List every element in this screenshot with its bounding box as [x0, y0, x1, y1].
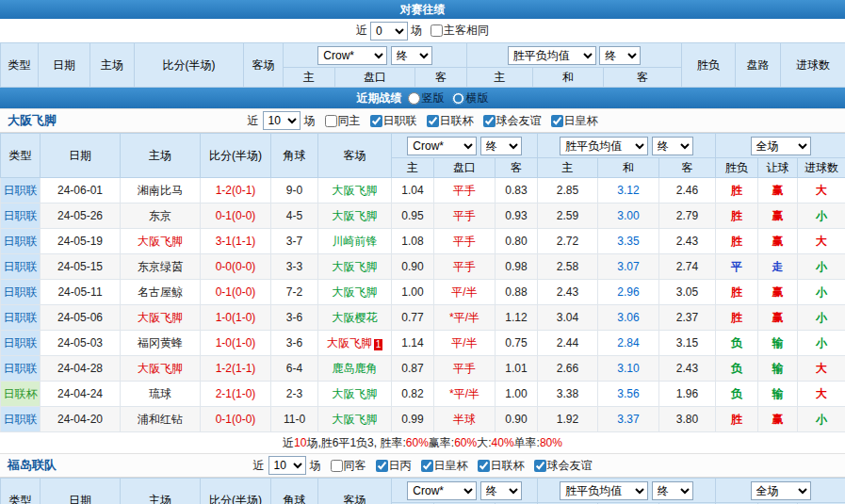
- home-team-cell[interactable]: 浦和红钻: [121, 407, 201, 432]
- away-team-cell[interactable]: 大阪飞脚: [318, 203, 392, 229]
- h2h-europe-select[interactable]: 胜平负均值: [508, 46, 596, 65]
- fukushima-europe-select[interactable]: 胜平负均值: [560, 481, 648, 500]
- away-team-cell[interactable]: 大阪飞脚: [318, 280, 392, 305]
- filter-checkbox-日皇杯[interactable]: 日皇杯: [551, 113, 598, 129]
- goals-result-cell: 小: [798, 305, 845, 331]
- handicap-home-odds-cell: 0.77: [392, 305, 434, 331]
- filter-checkbox-日联杯[interactable]: 日联杯: [478, 458, 525, 474]
- filter-checkbox-日皇杯[interactable]: 日皇杯: [421, 458, 468, 474]
- away-team-cell[interactable]: 大阪樱花: [318, 305, 392, 331]
- gamba-final-select[interactable]: 终: [480, 137, 522, 155]
- home-team-cell[interactable]: 东京: [121, 203, 201, 229]
- layout-radio[interactable]: [452, 92, 464, 105]
- filter-checkbox-日联杯[interactable]: 日联杯: [427, 113, 474, 129]
- date-cell: 24-05-26: [41, 203, 121, 229]
- filter-checkbox-球会友谊[interactable]: 球会友谊: [483, 113, 542, 129]
- checkbox[interactable]: [534, 460, 546, 472]
- filter-checkbox-同主[interactable]: 同主: [325, 113, 361, 129]
- home-team-cell[interactable]: 大阪飞脚: [121, 356, 201, 382]
- h2h-company-select[interactable]: Crow*: [317, 46, 387, 65]
- corner-cell: 3-7: [271, 229, 318, 254]
- score-cell[interactable]: 3-1(1-1): [201, 229, 271, 254]
- home-team-cell[interactable]: 湘南比马: [121, 178, 201, 203]
- fukushima-scope-select[interactable]: 全场: [751, 481, 811, 500]
- europe-draw-odds-cell: 3.56: [598, 382, 659, 407]
- score-cell[interactable]: 1-0(1-0): [201, 331, 271, 356]
- layout-option-竖版[interactable]: 竖版: [408, 90, 445, 106]
- away-team-cell[interactable]: 大阪飞脚: [318, 178, 392, 203]
- europe-home-odds-cell: 2.85: [538, 178, 598, 203]
- gamba-europe-select[interactable]: 胜平负均值: [560, 137, 648, 155]
- checkbox[interactable]: [376, 460, 388, 472]
- score-cell[interactable]: 0-1(0-0): [201, 280, 271, 305]
- match-row: 日职联24-04-28大阪飞脚1-2(1-1)6-4鹿岛鹿角0.87平手1.01…: [1, 356, 845, 382]
- home-team-cell[interactable]: 福冈黄蜂: [121, 331, 201, 356]
- handicap-away-odds-cell: 1.00: [496, 382, 538, 407]
- recent-results-title: 近期战绩: [357, 90, 402, 106]
- league-cell: 日职联: [1, 254, 41, 280]
- checkbox[interactable]: [551, 115, 563, 127]
- filter-checkbox-球会友谊[interactable]: 球会友谊: [534, 458, 593, 474]
- handicap-result-cell: 赢: [758, 407, 798, 432]
- filter-checkbox-日职联[interactable]: 日职联: [370, 113, 417, 129]
- layout-options: 竖版横版: [408, 90, 489, 106]
- score-cell[interactable]: 0-1(0-0): [201, 203, 271, 229]
- handicap-line-cell: 平手: [434, 356, 496, 382]
- match-count-select[interactable]: 10: [263, 111, 301, 130]
- filter-checkbox-日丙[interactable]: 日丙: [376, 458, 412, 474]
- checkbox[interactable]: [427, 115, 439, 127]
- checkbox[interactable]: [325, 115, 337, 127]
- home-team-cell[interactable]: 东京绿茵: [121, 254, 201, 280]
- gamba-company-select[interactable]: Crow*: [407, 137, 477, 155]
- fukushima-europe-final-select[interactable]: 终: [652, 481, 693, 500]
- result-cell: 胜: [716, 280, 758, 305]
- home-team-cell[interactable]: 琉球: [121, 382, 201, 407]
- gamba-col-score: 比分(半场): [201, 134, 271, 178]
- home-team-cell[interactable]: 大阪飞脚: [121, 305, 201, 331]
- score-cell[interactable]: 0-0(0-0): [201, 254, 271, 280]
- gamba-summary: 近10场,胜6平1负3, 胜率:60% 赢率:60% 大:40% 单率:80%: [0, 432, 845, 453]
- match-count-select[interactable]: 10: [268, 456, 306, 475]
- gamba-scope-select[interactable]: 全场: [751, 137, 811, 155]
- score-cell[interactable]: 1-0(1-0): [201, 305, 271, 331]
- score-cell[interactable]: 2-1(1-0): [201, 382, 271, 407]
- checkbox[interactable]: [483, 115, 496, 127]
- checkbox[interactable]: [478, 460, 490, 472]
- checkbox[interactable]: [421, 460, 433, 472]
- home-team-cell[interactable]: 大阪飞脚: [121, 229, 201, 254]
- away-team-cell[interactable]: 大阪飞脚: [318, 382, 392, 407]
- europe-draw-odds-cell: 2.96: [598, 280, 659, 305]
- handicap-home-odds-cell: 1.08: [392, 229, 434, 254]
- checkbox[interactable]: [331, 460, 343, 472]
- score-cell[interactable]: 1-2(0-1): [201, 178, 271, 203]
- away-team-cell[interactable]: 鹿岛鹿角: [318, 356, 392, 382]
- score-cell[interactable]: 0-1(0-0): [201, 407, 271, 432]
- away-team-cell[interactable]: 川崎前锋: [318, 229, 392, 254]
- filter-checkbox-同客[interactable]: 同客: [331, 458, 366, 474]
- h2h-col-type: 类型: [1, 43, 39, 88]
- filter-checkbox-主客相同[interactable]: 主客相同: [431, 23, 489, 39]
- h2h-europe-final-select[interactable]: 终: [599, 46, 641, 65]
- away-team-cell[interactable]: 大阪飞脚: [318, 407, 392, 432]
- layout-option-横版[interactable]: 横版: [452, 90, 489, 106]
- handicap-home-odds-cell: 1.00: [392, 280, 434, 305]
- layout-radio[interactable]: [408, 92, 420, 105]
- result-cell: 胜: [716, 203, 758, 229]
- fukushima-final-select[interactable]: 终: [480, 481, 522, 500]
- gamba-europe-final-select[interactable]: 终: [652, 137, 693, 155]
- europe-home-odds-cell: 2.66: [538, 356, 598, 382]
- h2h-final-select[interactable]: 终: [391, 46, 432, 65]
- home-team-cell[interactable]: 名古屋鲸: [121, 280, 201, 305]
- europe-away-odds-cell: 3.80: [659, 407, 716, 432]
- europe-draw-odds-cell: 3.00: [598, 203, 659, 229]
- h2h-filter-row: 近0场主客相同: [0, 19, 845, 42]
- fukushima-company-select[interactable]: Crow*: [407, 481, 477, 500]
- gamba-table: 类型 日期 主场 比分(半场) 角球 客场 Crow* 终 胜平负均值 终 全场: [0, 133, 845, 432]
- checkbox[interactable]: [370, 115, 382, 127]
- match-count-select[interactable]: 0: [370, 22, 408, 41]
- away-team-cell[interactable]: 大阪飞脚1: [318, 331, 392, 356]
- handicap-line-cell: 平/半: [434, 331, 496, 356]
- score-cell[interactable]: 1-2(1-1): [201, 356, 271, 382]
- away-team-cell[interactable]: 大阪飞脚: [318, 254, 392, 280]
- checkbox[interactable]: [431, 24, 443, 37]
